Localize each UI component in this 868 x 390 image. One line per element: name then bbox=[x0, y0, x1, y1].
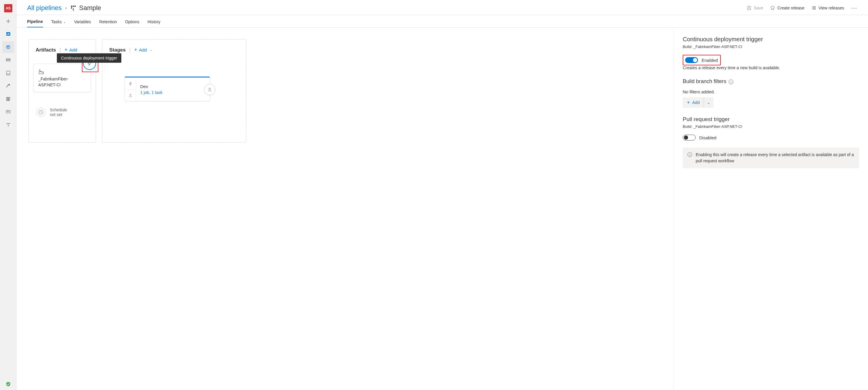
pipeline-name: Sample bbox=[79, 4, 101, 12]
pr-trigger-subtext: Build: _FabrikamFiber-ASP.NET-CI bbox=[683, 124, 859, 129]
pr-toggle-label: Disabled bbox=[699, 135, 716, 140]
avatar-initials: AS bbox=[4, 4, 12, 12]
svg-rect-11 bbox=[7, 111, 7, 112]
plus-icon: + bbox=[134, 47, 137, 53]
boards-icon[interactable] bbox=[2, 28, 14, 40]
add-artifact-label: Add bbox=[69, 48, 77, 53]
add-new-icon[interactable] bbox=[2, 15, 14, 27]
artifacts-title: Artifacts bbox=[36, 47, 56, 53]
shield-check-icon[interactable] bbox=[2, 378, 14, 390]
save-button: Save bbox=[747, 6, 763, 10]
post-deploy-approvals-button[interactable] bbox=[204, 84, 215, 95]
more-actions-button[interactable]: ··· bbox=[851, 5, 858, 11]
rocket-icon bbox=[770, 6, 775, 10]
view-releases-label: View releases bbox=[818, 6, 844, 10]
header-actions: Save Create release View releases ··· bbox=[747, 5, 858, 11]
tab-variables[interactable]: Variables bbox=[74, 19, 91, 27]
add-artifact-button[interactable]: +Add bbox=[64, 47, 77, 53]
tab-pipeline[interactable]: Pipeline bbox=[27, 19, 43, 27]
svg-rect-10 bbox=[6, 111, 10, 113]
plus-icon: + bbox=[64, 47, 68, 53]
pr-trigger-heading: Pull request trigger bbox=[683, 116, 859, 123]
svg-rect-9 bbox=[8, 97, 10, 101]
artifacts-column: Artifacts | +Add Continuous deployment t… bbox=[28, 39, 96, 143]
pre-deploy-approvals-button[interactable] bbox=[125, 90, 136, 101]
task-groups-icon[interactable] bbox=[2, 106, 14, 118]
info-icon[interactable]: i bbox=[729, 80, 734, 84]
pre-deploy-conditions-button[interactable] bbox=[125, 78, 136, 90]
schedule-button[interactable]: Schedule not set bbox=[33, 107, 91, 118]
chevron-down-icon: ⌄ bbox=[150, 48, 152, 52]
view-releases-button[interactable]: View releases bbox=[811, 6, 844, 10]
add-filter-dropdown[interactable]: ⌄ bbox=[704, 100, 713, 105]
svg-point-15 bbox=[9, 123, 10, 124]
svg-rect-2 bbox=[8, 33, 9, 35]
tab-retention[interactable]: Retention bbox=[99, 19, 117, 27]
breadcrumb: All pipelines › Sample bbox=[27, 4, 101, 12]
pipeline-tabs: Pipeline Tasks⌄ Variables Retention Opti… bbox=[17, 15, 868, 28]
svg-point-13 bbox=[6, 123, 7, 124]
save-label: Save bbox=[754, 6, 763, 10]
pipelines-icon[interactable] bbox=[2, 41, 14, 53]
pipeline-canvas: Artifacts | +Add Continuous deployment t… bbox=[17, 28, 674, 390]
user-avatar[interactable]: AS bbox=[2, 2, 14, 14]
person-icon bbox=[128, 93, 132, 97]
tab-history[interactable]: History bbox=[148, 19, 160, 27]
svg-rect-5 bbox=[6, 71, 10, 75]
add-stage-button[interactable]: +Add⌄ bbox=[134, 47, 152, 53]
trigger-settings-panel: Continuous deployment trigger Build: _Fa… bbox=[674, 28, 868, 390]
svg-point-25 bbox=[130, 94, 131, 95]
cd-trigger-toggle[interactable] bbox=[685, 57, 698, 63]
trigger-tooltip: Continuous deployment trigger bbox=[57, 53, 121, 63]
svg-rect-19 bbox=[71, 7, 72, 8]
plus-icon: + bbox=[687, 99, 690, 106]
page-header: All pipelines › Sample Save Create relea… bbox=[17, 0, 868, 15]
breadcrumb-all-pipelines-link[interactable]: All pipelines bbox=[27, 4, 62, 12]
stage-card-dev[interactable]: Dev 1 job, 1 task bbox=[125, 77, 210, 101]
branch-filters-heading: Build branch filters i bbox=[683, 78, 859, 85]
artifact-card[interactable]: _FabrikamFiber-ASP.NET-CI bbox=[33, 64, 91, 92]
artifacts-nav-icon[interactable] bbox=[2, 80, 14, 92]
build-source-icon bbox=[38, 69, 44, 74]
pr-trigger-toggle[interactable] bbox=[683, 134, 696, 141]
add-filter-button[interactable]: +Add bbox=[683, 97, 704, 108]
library-icon[interactable] bbox=[2, 93, 14, 105]
divider: | bbox=[60, 47, 61, 53]
branch-filters-label: Build branch filters bbox=[683, 78, 726, 85]
test-plans-icon[interactable] bbox=[2, 67, 14, 79]
info-icon: i bbox=[687, 152, 692, 157]
create-release-button[interactable]: Create release bbox=[770, 6, 804, 10]
stage-name: Dev bbox=[140, 84, 163, 89]
divider: | bbox=[129, 47, 131, 53]
svg-rect-8 bbox=[8, 97, 8, 101]
person-icon bbox=[207, 87, 212, 92]
cd-trigger-description: Creates a release every time a new build… bbox=[683, 65, 859, 70]
list-icon bbox=[811, 6, 816, 10]
pipeline-title[interactable]: Sample bbox=[70, 4, 101, 12]
svg-rect-17 bbox=[73, 6, 74, 7]
artifact-name: _FabrikamFiber-ASP.NET-CI bbox=[38, 76, 86, 88]
chevron-down-icon: ⌄ bbox=[63, 20, 66, 24]
no-filters-text: No filters added. bbox=[683, 89, 859, 94]
cd-trigger-subtext: Build: _FabrikamFiber-ASP.NET-CI bbox=[683, 44, 859, 49]
stage-tasks-link[interactable]: 1 job, 1 task bbox=[140, 90, 163, 95]
svg-rect-4 bbox=[6, 60, 10, 61]
schedule-label-1: Schedule bbox=[50, 108, 67, 112]
svg-rect-3 bbox=[6, 59, 10, 60]
tab-tasks[interactable]: Tasks⌄ bbox=[51, 19, 66, 27]
repos-icon[interactable] bbox=[2, 54, 14, 66]
svg-rect-7 bbox=[6, 97, 7, 101]
save-icon bbox=[747, 6, 751, 10]
tab-options[interactable]: Options bbox=[125, 19, 139, 27]
cd-trigger-heading: Continuous deployment trigger bbox=[683, 36, 859, 43]
add-stage-label: Add bbox=[139, 48, 147, 53]
schedule-label-2: not set bbox=[50, 112, 67, 117]
pr-info-banner: i Enabling this will create a release ev… bbox=[683, 148, 859, 168]
clock-hexagon-icon bbox=[36, 107, 46, 118]
stages-title: Stages bbox=[109, 47, 126, 53]
deployment-groups-icon[interactable] bbox=[2, 119, 14, 131]
svg-point-6 bbox=[8, 85, 9, 85]
left-navigation-rail: AS bbox=[0, 0, 17, 390]
add-filter-label: Add bbox=[692, 100, 700, 105]
pr-info-text: Enabling this will create a release ever… bbox=[696, 152, 855, 164]
